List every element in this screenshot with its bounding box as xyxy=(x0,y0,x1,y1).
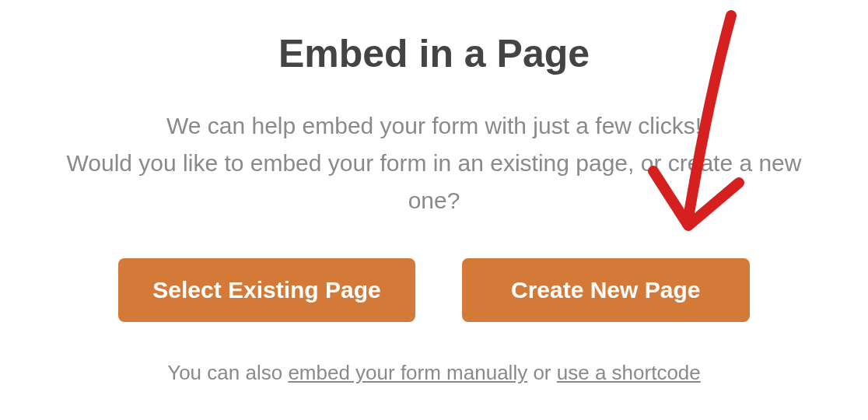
embed-manually-link[interactable]: embed your form manually xyxy=(288,361,527,384)
footer-prefix: You can also xyxy=(167,361,288,384)
select-existing-page-button[interactable]: Select Existing Page xyxy=(118,258,415,322)
button-row: Select Existing Page Create New Page xyxy=(118,258,749,322)
use-shortcode-link[interactable]: use a shortcode xyxy=(557,361,701,384)
footer-middle: or xyxy=(527,361,557,384)
modal-title: Embed in a Page xyxy=(278,31,590,76)
create-new-page-button[interactable]: Create New Page xyxy=(462,258,750,322)
description-line-1: We can help embed your form with just a … xyxy=(166,113,702,138)
description-line-2: Would you like to embed your form in an … xyxy=(67,150,802,213)
footer-text: You can also embed your form manually or… xyxy=(167,361,701,385)
modal-description: We can help embed your form with just a … xyxy=(53,107,815,219)
